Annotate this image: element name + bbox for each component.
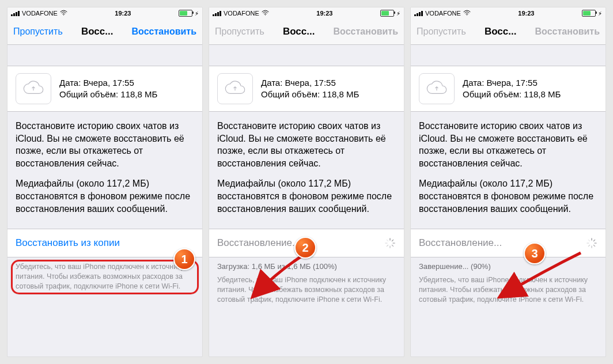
nav-title: Восс... xyxy=(267,26,331,37)
backup-date: Дата: Вчера, 17:55 xyxy=(261,77,359,89)
svg-point-1 xyxy=(265,14,266,15)
clock: 19:23 xyxy=(518,10,534,17)
restore-button[interactable]: Восстановить xyxy=(132,26,196,37)
status-bar: VODAFONE 19:23 ⚡︎ xyxy=(7,7,202,19)
battery-icon xyxy=(380,10,394,17)
footer-note: Убедитесь, что ваш iPhone подключен к ис… xyxy=(411,271,606,305)
backup-size: Общий объём: 118,8 МБ xyxy=(261,89,359,100)
svg-point-0 xyxy=(63,14,64,15)
skip-button[interactable]: Пропустить xyxy=(13,26,63,37)
restoring-row: Восстановление... xyxy=(411,229,606,257)
backup-date: Дата: Вчера, 17:55 xyxy=(463,77,561,89)
signal-icon xyxy=(213,10,221,16)
description-2: Медиафайлы (около 117,2 МБ) восстановятс… xyxy=(7,169,202,215)
wifi-icon xyxy=(262,10,269,17)
carrier-label: VODAFONE xyxy=(425,10,461,17)
nav-title: Восс... xyxy=(468,26,533,37)
step-badge-1: 1 xyxy=(173,248,195,270)
spinner-icon xyxy=(384,237,396,249)
screen-3: VODAFONE 19:23 ⚡︎ Пропустить Восс... Вос… xyxy=(410,7,606,357)
backup-date: Дата: Вчера, 17:55 xyxy=(59,77,157,89)
backup-info-row: Дата: Вчера, 17:55 Общий объём: 118,8 МБ xyxy=(411,66,606,112)
cloud-icon xyxy=(217,73,253,104)
status-bar: VODAFONE 19:23 ⚡︎ xyxy=(411,7,606,19)
description-2: Медиафайлы (около 117,2 МБ) восстановятс… xyxy=(411,169,606,215)
svg-line-14 xyxy=(593,245,595,247)
description-2: Медиафайлы (около 117,2 МБ) восстановятс… xyxy=(209,169,404,215)
nav-bar: Пропустить Восс... Восстановить xyxy=(7,19,202,45)
footer-note: Убедитесь, что ваш iPhone подключен к ис… xyxy=(209,271,404,305)
cloud-icon xyxy=(419,73,455,104)
svg-line-18 xyxy=(588,240,589,241)
action-label: Восстановление... xyxy=(419,237,502,249)
wifi-icon xyxy=(463,10,471,17)
action-label: Восстановить из копии xyxy=(16,237,120,249)
backup-size: Общий объём: 118,8 МБ xyxy=(463,89,561,100)
carrier-label: VODAFONE xyxy=(22,10,58,17)
screen-2: VODAFONE 19:23 ⚡︎ Пропустить Восс... Вос… xyxy=(209,7,404,357)
clock: 19:23 xyxy=(115,10,131,17)
nav-title: Восс... xyxy=(65,26,130,37)
step-badge-2: 2 xyxy=(294,237,316,259)
step-badge-3: 3 xyxy=(524,242,546,264)
footer-note: Убедитесь, что ваш iPhone подключен к ис… xyxy=(7,257,202,291)
svg-line-12 xyxy=(593,240,595,241)
spinner-icon xyxy=(586,237,597,249)
svg-line-3 xyxy=(392,240,393,241)
svg-line-5 xyxy=(392,245,393,247)
nav-bar: Пропустить Восс... Восстановить xyxy=(209,19,404,45)
restore-button: Восстановить xyxy=(535,26,600,37)
restore-button: Восстановить xyxy=(334,26,398,37)
screen-1: VODAFONE 19:23 ⚡︎ Пропустить Восс... Вос… xyxy=(7,7,203,357)
battery-icon xyxy=(179,10,192,17)
description-1: Восстановите историю своих чатов из iClo… xyxy=(411,112,606,169)
skip-button: Пропустить xyxy=(215,26,264,37)
signal-icon xyxy=(414,10,423,16)
action-label: Восстановление... xyxy=(217,237,300,249)
svg-line-9 xyxy=(387,240,388,241)
skip-button: Пропустить xyxy=(417,26,466,37)
backup-info-row: Дата: Вчера, 17:55 Общий объём: 118,8 МБ xyxy=(7,66,202,112)
svg-point-10 xyxy=(467,14,467,15)
backup-info-row: Дата: Вчера, 17:55 Общий объём: 118,8 МБ xyxy=(209,66,404,112)
restore-from-backup-button[interactable]: Восстановить из копии xyxy=(7,229,202,257)
charging-icon: ⚡︎ xyxy=(195,10,199,17)
progress-text: Завершение... (90%) xyxy=(411,257,606,271)
svg-line-7 xyxy=(387,245,388,247)
battery-icon xyxy=(582,10,596,17)
charging-icon: ⚡︎ xyxy=(396,10,400,17)
clock: 19:23 xyxy=(316,10,332,17)
description-1: Восстановите историю своих чатов из iClo… xyxy=(209,112,404,169)
carrier-label: VODAFONE xyxy=(224,10,259,17)
charging-icon: ⚡︎ xyxy=(598,10,602,17)
signal-icon xyxy=(11,10,20,16)
cloud-icon xyxy=(16,73,51,104)
svg-line-16 xyxy=(588,245,589,247)
wifi-icon xyxy=(60,10,67,17)
status-bar: VODAFONE 19:23 ⚡︎ xyxy=(209,7,404,19)
description-1: Восстановите историю своих чатов из iClo… xyxy=(7,112,202,169)
backup-size: Общий объём: 118,8 МБ xyxy=(59,89,157,100)
progress-text: Загрузка: 1,6 МБ из 1,6 МБ (100%) xyxy=(209,257,404,271)
nav-bar: Пропустить Восс... Восстановить xyxy=(411,19,606,45)
